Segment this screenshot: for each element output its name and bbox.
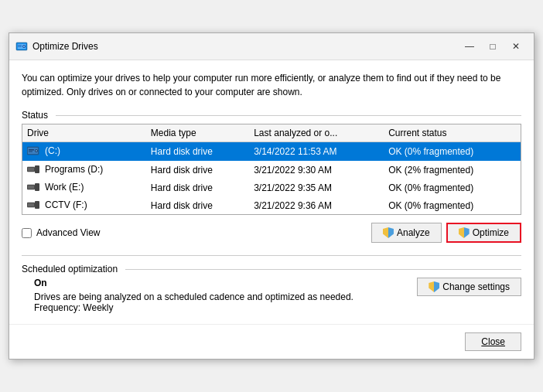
table-row[interactable]: Programs (D:)Hard disk drive3/21/2022 9:… [22, 161, 521, 179]
bottom-controls-row: Advanced View Analyze Optimize [22, 223, 521, 243]
svg-rect-21 [35, 201, 39, 209]
status-cell: OK (0% fragmented) [384, 179, 521, 196]
close-window-button[interactable]: ✕ [504, 38, 528, 55]
advanced-view-checkbox[interactable] [22, 228, 32, 238]
optimize-shield-icon [459, 227, 470, 238]
window-controls: — □ ✕ [458, 38, 528, 55]
status-cell: OK (0% fragmented) [384, 142, 521, 162]
col-status: Current status [384, 124, 521, 142]
svg-point-4 [23, 46, 25, 47]
settings-shield-icon [429, 281, 439, 292]
optimize-drives-dialog: Optimize Drives — □ ✕ You can optimize y… [9, 32, 534, 360]
media-cell: Hard disk drive [146, 196, 249, 214]
dialog-title: Optimize Drives [32, 41, 453, 52]
table-row[interactable]: Work (E:)Hard disk drive3/21/2022 9:35 A… [22, 179, 521, 196]
media-cell: Hard disk drive [146, 161, 249, 179]
title-bar: Optimize Drives — □ ✕ [9, 33, 534, 60]
status-section-label: Status [22, 110, 521, 121]
drives-table: Drive Media type Last analyzed or o... C… [22, 124, 521, 214]
col-drive: Drive [22, 124, 146, 142]
svg-rect-12 [29, 152, 32, 152]
action-buttons: Analyze Optimize [371, 223, 521, 243]
change-settings-button[interactable]: Change settings [417, 278, 521, 296]
app-icon [15, 40, 28, 53]
drive-cell: Work (E:) [22, 179, 146, 196]
scheduled-section-label: Scheduled optimization [22, 264, 521, 274]
last-analyzed-cell: 3/21/2022 9:30 AM [249, 161, 384, 179]
scheduled-section: Scheduled optimization On Drives are bei… [22, 255, 521, 313]
advanced-view-label[interactable]: Advanced View [22, 227, 101, 238]
scheduled-status: On [22, 278, 353, 288]
svg-rect-20 [28, 203, 34, 206]
svg-rect-17 [28, 186, 34, 189]
scheduled-description: Drives are being analyzed on a scheduled… [22, 291, 353, 302]
minimize-button[interactable]: — [458, 38, 481, 55]
table-row[interactable]: CCTV (F:)Hard disk drive3/21/2022 9:36 A… [22, 196, 521, 214]
status-cell: OK (2% fragmented) [384, 161, 521, 179]
media-cell: Hard disk drive [146, 142, 249, 162]
analyze-button[interactable]: Analyze [371, 223, 442, 243]
analyze-shield-icon [383, 227, 394, 238]
dialog-content: You can optimize your drives to help you… [9, 60, 534, 324]
scheduled-frequency: Frequency: Weekly [22, 302, 353, 313]
svg-rect-15 [35, 165, 39, 173]
close-button[interactable]: Close [465, 332, 521, 351]
last-analyzed-cell: 3/14/2022 11:53 AM [249, 142, 384, 162]
optimize-button[interactable]: Optimize [446, 223, 521, 243]
scheduled-header: On Drives are being analyzed on a schedu… [22, 278, 521, 313]
table-row[interactable]: (C:)Hard disk drive3/14/2022 11:53 AMOK … [22, 142, 521, 162]
drive-cell: Programs (D:) [22, 161, 146, 179]
last-analyzed-cell: 3/21/2022 9:35 AM [249, 179, 384, 196]
drive-cell: (C:) [22, 142, 146, 162]
svg-rect-11 [29, 149, 34, 151]
svg-rect-14 [28, 168, 34, 171]
table-header-row: Drive Media type Last analyzed or o... C… [22, 124, 521, 142]
drive-cell: CCTV (F:) [22, 196, 146, 214]
col-last: Last analyzed or o... [249, 124, 384, 142]
drives-table-container: Drive Media type Last analyzed or o... C… [22, 124, 521, 215]
restore-button[interactable]: □ [481, 38, 504, 55]
svg-rect-18 [35, 183, 39, 191]
svg-rect-6 [18, 46, 22, 47]
media-cell: Hard disk drive [146, 179, 249, 196]
dialog-footer: Close [9, 324, 534, 359]
status-cell: OK (0% fragmented) [384, 196, 521, 214]
col-media: Media type [146, 124, 249, 142]
last-analyzed-cell: 3/21/2022 9:36 AM [249, 196, 384, 214]
scheduled-info: On Drives are being analyzed on a schedu… [22, 278, 353, 313]
description-text: You can optimize your drives to help you… [22, 71, 521, 99]
svg-point-10 [36, 150, 37, 152]
svg-rect-5 [18, 45, 22, 46]
